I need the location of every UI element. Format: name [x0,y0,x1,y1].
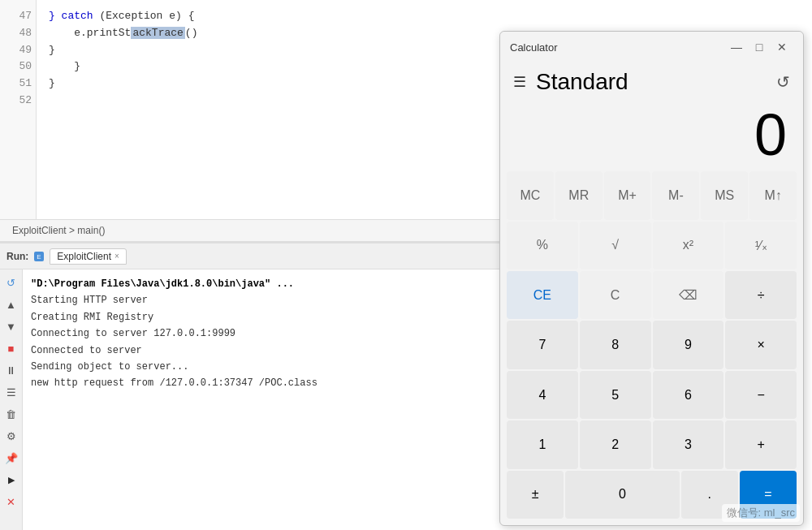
trash-icon[interactable]: 🗑 [3,406,19,422]
c-button[interactable]: C [580,271,651,319]
console-line-2: Creating RMI Registry [31,309,495,325]
run-label: Run: [6,251,28,262]
multiply-button[interactable]: × [725,321,797,368]
percent-button[interactable]: % [507,222,578,269]
tab-close-icon[interactable]: × [114,252,119,261]
zero-button[interactable]: 0 [565,471,679,519]
mc-button[interactable]: MC [507,171,554,219]
plusminus-button[interactable]: ± [507,471,564,519]
three-button[interactable]: 3 [653,420,724,468]
console-line-4: Connected to server [31,343,495,359]
settings-icon[interactable]: ⚙ [3,428,19,444]
five-button[interactable]: 5 [580,371,651,419]
backspace-button[interactable]: ⌫ [653,271,724,319]
row-456: 4 5 6 − [507,371,797,419]
run-tab[interactable]: ExploitClient × [50,248,127,265]
mup-button[interactable]: M↑ [749,171,797,219]
run-icon[interactable]: ▶ [3,472,19,488]
two-button[interactable]: 2 [580,420,651,468]
calculator-display: 0 [500,95,803,171]
history-icon[interactable]: ↺ [776,72,790,92]
exploitclient-icon: E [33,251,45,262]
menu-icon[interactable]: ☰ [513,73,526,91]
tab-name: ExploitClient [57,251,111,262]
row-123: 1 2 3 + [507,420,797,468]
square-button[interactable]: x² [653,222,724,269]
six-button[interactable]: 6 [653,371,724,419]
memory-row: MC MR M+ M- MS M↑ [507,171,797,219]
eight-button[interactable]: 8 [580,321,651,368]
scroll-down-icon[interactable]: ▼ [3,318,19,334]
console-line-6: new http request from /127.0.0.1:37347 /… [31,375,495,391]
add-button[interactable]: + [725,420,797,468]
run-toolbar: Run: E ExploitClient × [0,243,503,269]
console-line-0: "D:\Program Files\Java\jdk1.8.0\bin\java… [31,276,495,292]
maximize-button[interactable]: □ [748,36,771,58]
svg-text:E: E [37,253,41,261]
seven-button[interactable]: 7 [507,321,578,368]
minimize-button[interactable]: — [725,36,748,58]
mplus-button[interactable]: M+ [604,171,651,219]
scroll-up-icon[interactable]: ▲ [3,296,19,312]
mminus-button[interactable]: M- [652,171,699,219]
ce-button[interactable]: CE [507,271,578,319]
console-line-3: Connecting to server 127.0.0.1:9999 [31,325,495,342]
code-editor: 47 48 49 50 51 52 } catch (Exception e) … [0,0,503,243]
calculator-buttons: MC MR M+ M- MS M↑ % √ x² ¹⁄ₓ CE C ⌫ ÷ [500,171,803,525]
breadcrumb-text: ExploitClient > main() [12,225,105,236]
mr-button[interactable]: MR [555,171,603,219]
line-numbers: 47 48 49 50 51 52 [0,0,37,243]
console-output: "D:\Program Files\Java\jdk1.8.0\bin\java… [23,269,503,399]
clear-row: CE C ⌫ ÷ [507,271,797,319]
reciprocal-button[interactable]: ¹⁄ₓ [725,222,797,269]
run-side-toolbar: ↺ ▲ ▼ ■ ⏸ ☰ 🗑 ⚙ 📌 ▶ ✕ [0,269,23,530]
run-panel: Run: E ExploitClient × ↺ ▲ ▼ ■ ⏸ ☰ 🗑 ⚙ 📌… [0,242,503,530]
lines-icon[interactable]: ☰ [3,384,19,400]
functions-row: % √ x² ¹⁄ₓ [507,222,797,269]
four-button[interactable]: 4 [507,371,578,419]
nine-button[interactable]: 9 [653,321,724,368]
watermark: 微信号: ml_src [722,504,801,522]
row-789: 7 8 9 × [507,321,797,368]
reload-icon[interactable]: ↺ [3,274,19,291]
one-button[interactable]: 1 [507,420,578,468]
console-line-5: Sending object to server... [31,359,495,375]
breadcrumb: ExploitClient > main() [0,219,503,242]
sqrt-button[interactable]: √ [580,222,651,269]
calculator-window: Calculator — □ ✕ ☰ Standard ↺ 0 MC MR M+… [499,31,804,526]
divide-button[interactable]: ÷ [725,271,797,319]
close-button[interactable]: ✕ [771,36,793,58]
calculator-titlebar: Calculator — □ ✕ [500,32,803,62]
calculator-header: ☰ Standard ↺ [500,62,803,95]
pause-icon[interactable]: ⏸ [3,362,19,378]
console-line-1: Starting HTTP server [31,292,495,308]
calculator-title: Calculator [510,41,725,54]
code-content[interactable]: } catch (Exception e) { e.printStackTrac… [37,0,503,243]
close-run-icon[interactable]: ✕ [3,493,19,510]
ms-button[interactable]: MS [701,171,748,219]
stop-icon[interactable]: ■ [3,340,19,356]
calculator-mode: Standard [536,69,628,95]
pin-icon[interactable]: 📌 [3,450,19,466]
calculator-body: ☰ Standard ↺ 0 MC MR M+ M- MS M↑ % √ x² [500,62,803,525]
calculator-result: 0 [516,103,787,167]
subtract-button[interactable]: − [725,371,797,419]
